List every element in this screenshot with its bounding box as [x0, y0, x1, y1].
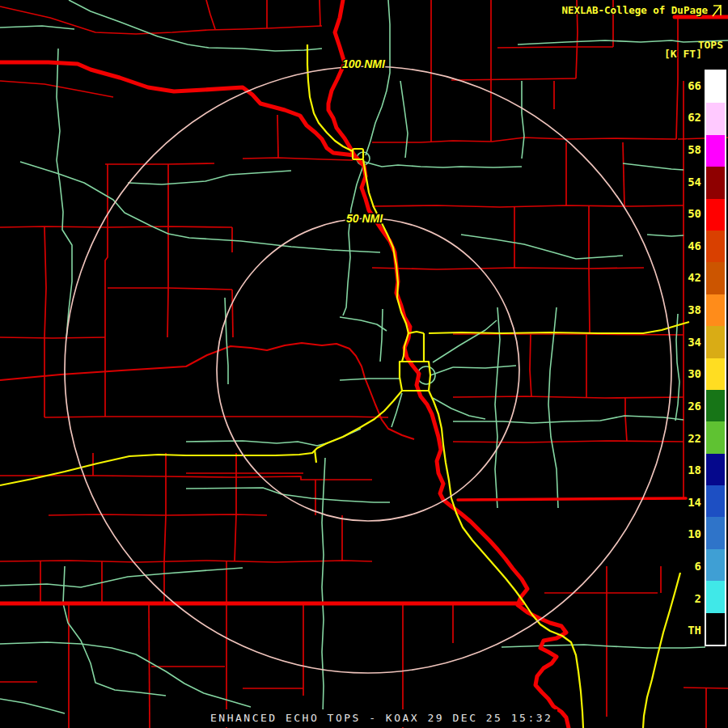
- scale-block-34: [706, 326, 725, 358]
- base-map: 100 NMI 50 NMI: [0, 0, 728, 728]
- scale-label-46: 46: [684, 230, 705, 262]
- scale-block-62: [706, 103, 725, 134]
- status-text: ENHANCED ECHO TOPS - KOAX 29 DEC 25 15:3…: [210, 712, 552, 724]
- scale-block-42: [706, 262, 725, 294]
- range-ring-100nmi: [65, 66, 671, 673]
- scale-label-62: 62: [684, 102, 705, 134]
- scale-block-58: [706, 135, 725, 167]
- state-border-lines: [0, 0, 728, 728]
- scale-block-TH: [706, 613, 725, 645]
- scale-block-50: [706, 199, 725, 231]
- scale-label-14: 14: [684, 486, 705, 518]
- scale-block-6: [706, 549, 725, 581]
- scale-block-66: [706, 71, 725, 103]
- scale-label-58: 58: [684, 133, 705, 166]
- scale-label-2: 2: [684, 582, 705, 615]
- scale-block-26: [706, 390, 725, 421]
- border-big-sioux: [328, 0, 354, 155]
- scale-labels: 66625854504642383430262218141062TH: [684, 70, 705, 646]
- county-lines: [0, 0, 728, 728]
- scale-label-38: 38: [684, 294, 705, 326]
- nexlab-logo-icon: [711, 3, 723, 17]
- scale-label-10: 10: [684, 518, 705, 551]
- scale-block-22: [706, 421, 725, 453]
- scale-block-38: [706, 294, 725, 326]
- border-ia-mo: [458, 498, 686, 500]
- range-ring-label-100nmi: 100 NMI: [342, 57, 386, 70]
- scale-label-22: 22: [684, 422, 705, 455]
- scale-block-18: [706, 454, 725, 485]
- scale-block-46: [706, 231, 725, 262]
- border-sd-ne: [0, 62, 354, 155]
- range-ring-label-50nmi: 50 NMI: [346, 212, 383, 225]
- scale-label-42: 42: [684, 262, 705, 294]
- scale-block-30: [706, 358, 725, 390]
- scale-label-34: 34: [684, 326, 705, 358]
- scale-block-2: [706, 581, 725, 612]
- range-rings: [65, 66, 671, 673]
- scale-label-6: 6: [684, 550, 705, 582]
- scale-label-TH: TH: [684, 614, 705, 646]
- header: NEXLAB-College of DuPage: [561, 3, 723, 17]
- product-title: TOPS [K FT]: [639, 40, 723, 58]
- scale-block-54: [706, 167, 725, 198]
- road-lines: [0, 0, 728, 715]
- scale-label-30: 30: [684, 358, 705, 390]
- radar-display: 100 NMI 50 NMI NEXLAB-College of DuPage …: [0, 0, 728, 728]
- scale-label-18: 18: [684, 454, 705, 486]
- scale-label-54: 54: [684, 166, 705, 198]
- status-bar: ENHANCED ECHO TOPS - KOAX 29 DEC 25 15:3…: [205, 709, 557, 727]
- brand-text: NEXLAB-College of DuPage: [561, 4, 708, 16]
- scale-label-50: 50: [684, 197, 705, 230]
- scale-block-10: [706, 517, 725, 548]
- range-ring-50nmi: [217, 218, 519, 521]
- color-scale: 66625854504642383430262218141062TH: [684, 70, 726, 646]
- scale-label-26: 26: [684, 390, 705, 422]
- scale-block-14: [706, 485, 725, 517]
- scale-label-66: 66: [684, 70, 705, 102]
- scale-blocks: [705, 70, 726, 646]
